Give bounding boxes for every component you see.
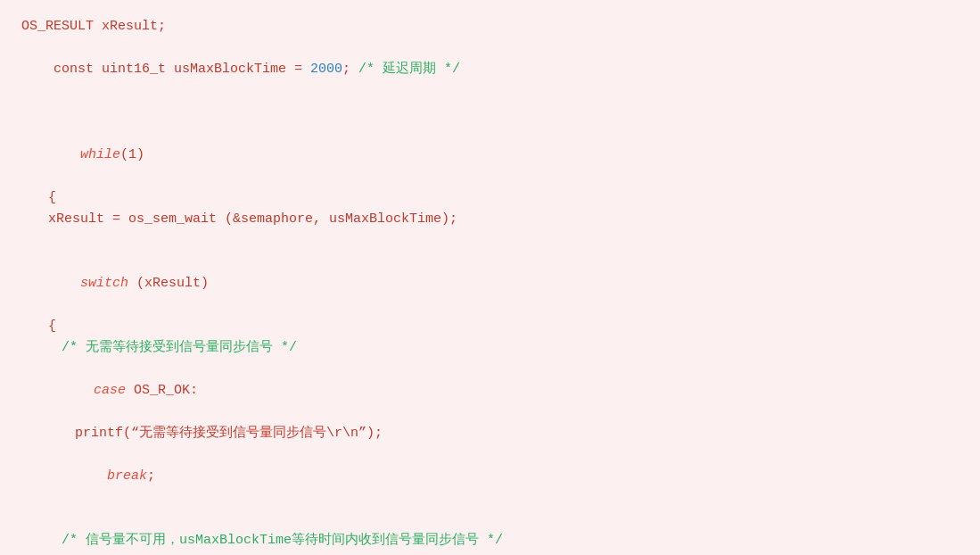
line-case-sem: case OS_R_SEM: xyxy=(21,551,959,555)
line-comment-ok: /* 无需等待接受到信号量同步信号 */ xyxy=(21,337,959,359)
case-ok-keyword: case xyxy=(94,383,126,398)
line-blank-2 xyxy=(21,230,959,252)
const-comment: /* 延迟周期 */ xyxy=(358,62,460,77)
line-blank-1 xyxy=(21,102,959,123)
line-xresult-assign: xResult = os_sem_wait (&semaphore, usMax… xyxy=(21,209,959,230)
line-brace-open-2: { xyxy=(21,316,959,337)
line-const: const uint16_t usMaxBlockTime = 2000; /*… xyxy=(21,37,959,102)
line-while: while(1) xyxy=(21,123,959,187)
while-cond: (1) xyxy=(120,147,144,162)
const-value: 2000 xyxy=(310,62,342,77)
switch-keyword: switch xyxy=(80,276,128,291)
case-ok-val: OS_R_OK: xyxy=(126,383,198,398)
line-switch: switch (xResult) xyxy=(21,252,959,316)
line-comment-sem: /* 信号量不可用，usMaxBlockTime等待时间内收到信号量同步信号 *… xyxy=(21,530,959,551)
line-os-result: OS_RESULT xResult; xyxy=(21,16,959,37)
line-blank-3 xyxy=(21,509,959,530)
code-editor: OS_RESULT xResult; const uint16_t usMaxB… xyxy=(21,16,959,555)
break-ok-keyword: break xyxy=(107,468,147,484)
while-keyword: while xyxy=(80,147,120,162)
const-normal: const uint16_t usMaxBlockTime = xyxy=(54,62,310,77)
line-break-ok: break; xyxy=(21,444,959,509)
line-case-ok: case OS_R_OK: xyxy=(21,359,959,423)
line-printf-ok: printf(“无需等待接受到信号量同步信号\r\n”); xyxy=(21,423,959,444)
const-semi: ; xyxy=(342,62,358,77)
break-ok-semi: ; xyxy=(147,468,155,484)
switch-cond: (xResult) xyxy=(128,276,209,291)
line-brace-open-1: { xyxy=(21,187,959,209)
